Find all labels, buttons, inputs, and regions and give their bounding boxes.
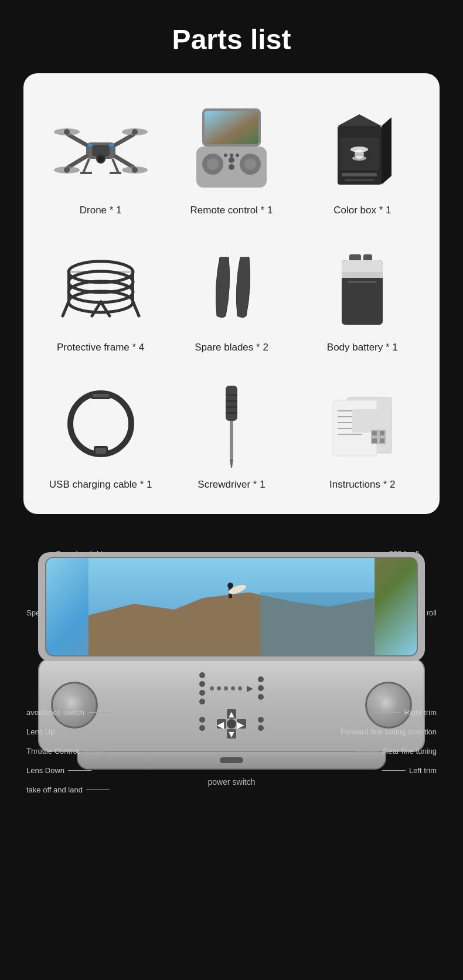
top-buttons-row: ▶ <box>199 672 264 705</box>
ann-line-3 <box>58 731 81 732</box>
color-box-label: Color box * 1 <box>333 205 391 216</box>
part-protective-frame: Protective frame * 4 <box>35 228 166 359</box>
svg-rect-90 <box>260 593 375 655</box>
ann-line-r5 <box>382 770 406 771</box>
instructions-label: Instructions * 2 <box>329 479 395 491</box>
svg-point-34 <box>236 154 239 157</box>
usb-cable-icon <box>54 377 148 471</box>
svg-point-30 <box>229 157 234 163</box>
instructions-icon <box>315 377 409 471</box>
part-drone: Drone * 1 <box>35 91 166 222</box>
svg-marker-70 <box>230 459 233 468</box>
part-remote-control: Remote control * 1 <box>166 91 297 222</box>
svg-point-32 <box>224 154 227 157</box>
side-btn-2[interactable] <box>199 725 205 731</box>
svg-rect-85 <box>380 431 384 435</box>
svg-point-33 <box>230 154 233 157</box>
left-trim-text: Left trim <box>409 766 437 775</box>
page-title: Parts list <box>0 0 463 73</box>
svg-line-52 <box>133 302 139 316</box>
svg-rect-68 <box>226 386 237 421</box>
ann-fwd-tune: Forward fine tuning direction <box>314 727 437 736</box>
remote-control-label: Remote control * 1 <box>190 205 273 216</box>
lens-up-text: Lens Up <box>26 727 55 736</box>
ann-line-5 <box>68 770 91 771</box>
takeoff-text: take off and land <box>26 785 83 794</box>
svg-rect-86 <box>372 438 377 443</box>
svg-rect-42 <box>342 173 377 176</box>
parts-card: Drone * 1 <box>23 73 440 514</box>
dpad-down[interactable]: ▼ <box>227 729 236 739</box>
ann-lens-down: Lens Down <box>26 766 111 775</box>
side-btn-1[interactable] <box>199 717 205 723</box>
drone-icon <box>54 103 148 196</box>
svg-point-27 <box>207 158 219 170</box>
svg-rect-65 <box>96 448 106 454</box>
dpad-up[interactable]: ▲ <box>227 709 236 719</box>
rear-tune-btn[interactable] <box>258 694 264 700</box>
body-battery-label: Body battery * 1 <box>327 342 398 353</box>
dpad-right[interactable]: ▶ <box>237 719 246 729</box>
svg-point-29 <box>244 158 256 170</box>
svg-line-4 <box>69 156 86 167</box>
status-dots <box>210 686 242 690</box>
fwd-tune-btn[interactable] <box>258 685 264 691</box>
phone-display <box>45 557 418 656</box>
ann-throttle: Throttle Control <box>26 747 111 756</box>
drone-label: Drone * 1 <box>80 205 122 216</box>
part-instructions: Instructions * 2 <box>297 365 428 496</box>
throttle-btn[interactable] <box>199 690 205 696</box>
part-body-battery: Body battery * 1 <box>297 228 428 359</box>
svg-line-51 <box>63 302 69 316</box>
ann-avoidance: avoidance switch <box>26 708 111 717</box>
svg-rect-72 <box>226 400 237 402</box>
svg-line-3 <box>115 135 133 145</box>
svg-line-19 <box>113 159 118 173</box>
ann-takeoff: take off and land <box>26 785 111 794</box>
svg-marker-36 <box>338 114 382 126</box>
side-btn-3[interactable] <box>258 717 264 723</box>
svg-rect-62 <box>342 272 383 278</box>
ann-line-r2 <box>377 712 400 713</box>
ann-left-trim: Left trim <box>382 766 437 775</box>
svg-point-31 <box>229 164 234 170</box>
ann-lens-up: Lens Up <box>26 727 111 736</box>
body-battery-icon <box>315 240 409 334</box>
play-indicator: ▶ <box>247 683 253 693</box>
ann-line-2 <box>88 712 111 713</box>
svg-rect-82 <box>352 409 384 433</box>
svg-point-13 <box>132 167 138 173</box>
phone-mount <box>38 552 425 661</box>
power-button[interactable] <box>220 757 243 763</box>
screwdriver-label: Screwdriver * 1 <box>198 479 265 491</box>
svg-rect-43 <box>345 179 374 181</box>
parts-grid: Drone * 1 <box>35 91 428 496</box>
remote-control-icon <box>185 103 278 196</box>
avoidance-btn[interactable] <box>199 672 205 678</box>
part-color-box: Color box * 1 <box>297 91 428 222</box>
right-trim-text: Right trim <box>404 708 437 717</box>
ann-line-r3 <box>314 731 337 732</box>
svg-line-5 <box>115 156 133 167</box>
part-spare-blades: Spare blades * 2 <box>166 228 297 359</box>
lens-up-btn[interactable] <box>199 681 205 687</box>
dpad-left[interactable]: ◀ <box>217 719 226 729</box>
svg-rect-17 <box>109 144 114 147</box>
svg-point-11 <box>132 129 138 135</box>
right-trim-btn[interactable] <box>258 676 264 682</box>
svg-point-12 <box>64 167 70 173</box>
side-btn-4[interactable] <box>258 725 264 731</box>
svg-rect-71 <box>226 394 237 396</box>
svg-line-2 <box>69 135 86 145</box>
fwd-tune-text: Forward fine tuning direction <box>341 727 437 736</box>
ann-line-6 <box>86 790 110 790</box>
svg-point-15 <box>98 156 104 162</box>
svg-rect-87 <box>380 438 384 443</box>
dpad-center[interactable] <box>227 719 236 729</box>
protective-frame-label: Protective frame * 4 <box>57 342 144 353</box>
part-usb-cable: USB charging cable * 1 <box>35 365 166 496</box>
lens-down-btn[interactable] <box>199 699 205 705</box>
power-switch-label: power switch <box>208 777 256 787</box>
spare-blades-label: Spare blades * 2 <box>195 342 268 353</box>
protective-frame-icon <box>54 240 148 334</box>
